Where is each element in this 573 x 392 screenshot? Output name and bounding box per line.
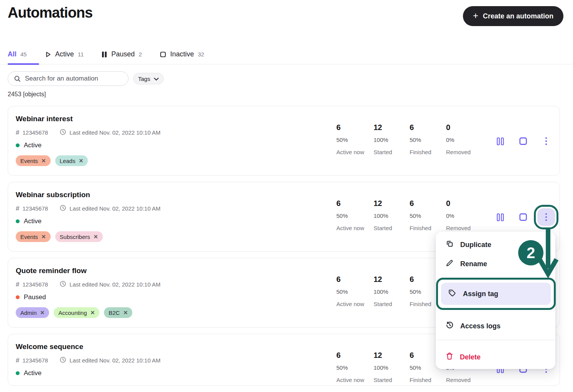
remove-tag-icon[interactable]: ✕ — [40, 310, 45, 315]
status-badge: Paused — [16, 293, 46, 301]
stop-button[interactable] — [519, 137, 528, 146]
tab-paused-label: Paused — [111, 50, 135, 58]
assign-tag-highlight-ring: Assign tag — [436, 278, 556, 310]
remove-tag-icon[interactable]: ✕ — [94, 234, 98, 239]
tag-pill: Accounting✕ — [54, 307, 99, 318]
status-badge: Active — [16, 217, 41, 225]
tag-label: Events — [20, 234, 38, 240]
stat-column: 12100%Started — [374, 275, 409, 307]
stat-value: 12 — [374, 199, 409, 208]
stat-label: Finished — [410, 377, 445, 383]
automation-meta: # 12345678 Last edited Nov. 02, 2022 10:… — [16, 280, 161, 288]
tag-pill: Leads✕ — [55, 155, 88, 166]
tags-filter-button[interactable]: Tags — [133, 73, 164, 84]
menu-item-assign-tag[interactable]: Assign tag — [441, 283, 551, 305]
menu-item-rename-label: Rename — [460, 260, 487, 268]
stat-percent: 0% — [446, 137, 481, 143]
automation-title: Webinar subscription — [16, 191, 90, 199]
tag-pill: B2C✕ — [104, 307, 132, 318]
stat-percent: 100% — [374, 212, 409, 219]
menu-item-access-logs[interactable]: Access logs — [436, 318, 555, 334]
more-actions-button[interactable] — [542, 137, 551, 146]
last-edited: Last edited Nov. 02, 2022 10:10 AM — [69, 357, 160, 364]
automations-page: Automations + Create an automation All 4… — [0, 0, 573, 392]
automation-meta: # 12345678 Last edited Nov. 02, 2022 10:… — [16, 356, 161, 364]
status-label: Paused — [24, 293, 46, 301]
tag-label: Accounting — [58, 310, 87, 316]
stat-percent: 100% — [374, 364, 409, 371]
stat-value: 12 — [374, 275, 409, 284]
results-count: 2453 [objects] — [8, 91, 46, 98]
remove-tag-icon[interactable]: ✕ — [41, 158, 46, 163]
pencil-icon — [446, 259, 454, 269]
remove-tag-icon[interactable]: ✕ — [90, 310, 95, 315]
stat-column: 12100%Started — [374, 351, 409, 383]
trash-icon — [446, 352, 453, 362]
remove-tag-icon[interactable]: ✕ — [41, 234, 46, 239]
automation-title: Quote reminder flow — [16, 267, 87, 275]
status-dot-icon — [16, 295, 20, 299]
pause-button[interactable] — [496, 212, 505, 222]
menu-item-delete[interactable]: Delete — [436, 349, 555, 366]
stat-label: Started — [374, 301, 409, 307]
tag-label: Subscribers — [60, 234, 90, 240]
menu-item-duplicate-label: Duplicate — [460, 241, 491, 249]
tab-inactive[interactable]: Inactive 32 — [160, 50, 204, 58]
automation-id: 12345678 — [22, 357, 48, 364]
remove-tag-icon[interactable]: ✕ — [123, 310, 128, 315]
create-automation-button[interactable]: + Create an automation — [463, 6, 563, 26]
hash-icon: # — [16, 129, 19, 137]
stat-value: 0 — [446, 123, 481, 132]
hash-icon: # — [16, 205, 19, 212]
tab-inactive-count: 32 — [198, 51, 204, 58]
active-tab-underline — [8, 63, 39, 65]
tab-active[interactable]: Active 11 — [44, 50, 84, 58]
tag-pill: Events✕ — [16, 231, 51, 242]
tag-list: Events✕Leads✕ — [16, 155, 88, 166]
clock-icon — [59, 356, 66, 364]
square-stop-icon — [160, 51, 166, 58]
status-label: Active — [24, 217, 41, 225]
remove-tag-icon[interactable]: ✕ — [79, 158, 83, 163]
status-dot-icon — [16, 371, 20, 375]
hash-icon: # — [16, 281, 19, 288]
stat-value: 6 — [410, 199, 445, 208]
tag-label: Leads — [60, 158, 76, 164]
history-icon — [446, 321, 454, 331]
stat-column: 12100%Started — [374, 123, 409, 155]
stat-percent: 0% — [446, 212, 481, 219]
stat-column: 650%Finished — [410, 199, 445, 231]
stat-label: Active now — [336, 149, 372, 155]
step-number: 2 — [527, 244, 535, 262]
hash-icon: # — [16, 357, 19, 364]
tag-label: B2C — [109, 310, 120, 316]
pause-button[interactable] — [496, 137, 505, 146]
card-actions — [496, 137, 551, 146]
stat-value: 6 — [336, 199, 372, 208]
status-dot-icon — [16, 219, 20, 223]
stop-button[interactable] — [519, 212, 528, 222]
stat-label: Active now — [336, 301, 372, 307]
more-actions-button[interactable] — [537, 208, 555, 226]
stat-label: Active now — [336, 225, 372, 231]
automation-card[interactable]: Webinar interest # 12345678 Last edited … — [8, 106, 560, 176]
tag-list: Admin✕Accounting✕B2C✕ — [16, 307, 132, 318]
automation-id: 12345678 — [22, 205, 48, 212]
tab-paused[interactable]: Paused 2 — [101, 50, 142, 58]
tab-bar: All 45 Active 11 Paused 2 Inactive 32 — [0, 44, 573, 64]
tag-list: Events✕Subscribers✕ — [16, 231, 103, 242]
stat-label: Finished — [410, 149, 445, 155]
tag-pill: Subscribers✕ — [55, 231, 103, 242]
clock-icon — [59, 280, 66, 288]
stat-percent: 50% — [410, 137, 445, 143]
pause-icon — [101, 51, 107, 58]
search-box — [8, 71, 128, 86]
stat-value: 6 — [336, 275, 372, 284]
search-input[interactable] — [8, 71, 128, 86]
automation-meta: # 12345678 Last edited Nov. 02, 2022 10:… — [16, 204, 161, 212]
tab-all-label: All — [8, 50, 16, 58]
stat-column: 12100%Started — [374, 199, 409, 231]
status-dot-icon — [16, 143, 20, 147]
tab-all[interactable]: All 45 — [8, 50, 27, 58]
status-badge: Active — [16, 369, 41, 377]
